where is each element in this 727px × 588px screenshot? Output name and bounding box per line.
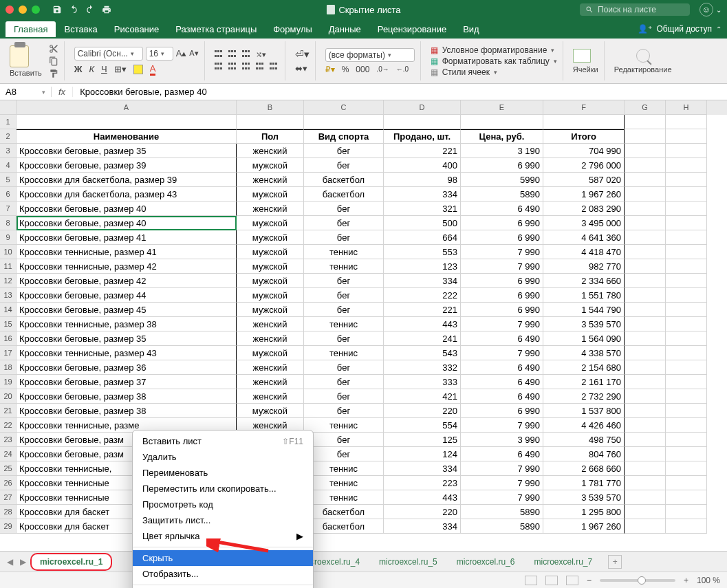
cell-18-F[interactable]: 2 154 680: [543, 360, 625, 375]
cell-28-D[interactable]: 220: [384, 505, 461, 519]
cell-14-E[interactable]: 6 990: [461, 303, 543, 317]
cell-9-C[interactable]: бег: [304, 230, 384, 245]
redo-icon[interactable]: [85, 5, 95, 14]
cell-25-G[interactable]: [625, 461, 666, 476]
cell-9-D[interactable]: 664: [384, 230, 461, 245]
font-size-select[interactable]: 16▾: [146, 47, 173, 61]
cell-4-B[interactable]: мужской: [237, 158, 304, 173]
cell-10-B[interactable]: мужской: [237, 245, 304, 259]
cell-1-B[interactable]: [237, 115, 304, 129]
row-header-11[interactable]: 11: [0, 259, 17, 274]
cell-14-H[interactable]: [666, 303, 707, 317]
cell-20-B[interactable]: женский: [237, 389, 304, 404]
cell-1-G[interactable]: [625, 115, 666, 129]
cell-15-G[interactable]: [625, 317, 666, 331]
cell-23-D[interactable]: 125: [384, 433, 461, 447]
cell-6-C[interactable]: баскетбол: [304, 187, 384, 202]
comma-icon[interactable]: 000: [356, 65, 369, 74]
row-header-1[interactable]: 1: [0, 115, 17, 129]
cell-29-H[interactable]: [666, 519, 707, 534]
ctx-unhide[interactable]: Отобразить...: [133, 566, 313, 582]
wrap-text-icon[interactable]: ⏎▾: [295, 48, 310, 61]
cell-1-H[interactable]: [666, 115, 707, 129]
cell-25-C[interactable]: теннис: [304, 461, 384, 476]
cell-16-F[interactable]: 1 564 090: [543, 331, 625, 346]
row-header-12[interactable]: 12: [0, 274, 17, 288]
cell-24-D[interactable]: 124: [384, 447, 461, 461]
cells-icon[interactable]: [573, 49, 591, 63]
cell-13-A[interactable]: Кроссовки беговые, размер 44: [17, 288, 237, 303]
cell-12-H[interactable]: [666, 274, 707, 288]
cell-17-C[interactable]: теннис: [304, 346, 384, 360]
cell-11-G[interactable]: [625, 259, 666, 274]
cell-25-F[interactable]: 2 668 660: [543, 461, 625, 476]
cell-2-H[interactable]: [666, 129, 707, 144]
page-break-view-icon[interactable]: [566, 576, 578, 585]
cell-8-D[interactable]: 500: [384, 216, 461, 230]
close-icon[interactable]: [6, 6, 14, 14]
row-header-15[interactable]: 15: [0, 317, 17, 331]
row-header-20[interactable]: 20: [0, 389, 17, 404]
cell-10-A[interactable]: Кроссовки теннисные, размер 41: [17, 245, 237, 259]
cell-17-D[interactable]: 543: [384, 346, 461, 360]
cell-22-D[interactable]: 554: [384, 418, 461, 433]
increase-font-icon[interactable]: A▴: [176, 48, 187, 58]
user-icon[interactable]: ☺: [699, 3, 713, 17]
print-icon[interactable]: [102, 5, 111, 14]
border-button[interactable]: ⊞▾: [114, 64, 127, 74]
fx-icon[interactable]: fx: [52, 87, 73, 97]
zoom-level[interactable]: 100 %: [697, 576, 720, 585]
col-header-C[interactable]: C: [304, 100, 384, 115]
cell-29-D[interactable]: 334: [384, 519, 461, 534]
save-icon[interactable]: [52, 5, 62, 14]
cell-21-D[interactable]: 220: [384, 404, 461, 418]
tab-layout[interactable]: Разметка страницы: [167, 21, 265, 37]
cell-4-A[interactable]: Кроссовки беговые, размер 39: [17, 158, 237, 173]
row-header-24[interactable]: 24: [0, 447, 17, 461]
cell-15-A[interactable]: Кроссовки теннисные, размер 38: [17, 317, 237, 331]
cell-23-F[interactable]: 498 750: [543, 433, 625, 447]
cell-3-C[interactable]: бег: [304, 144, 384, 158]
row-header-9[interactable]: 9: [0, 230, 17, 245]
cell-5-H[interactable]: [666, 173, 707, 187]
sheet-nav-right-icon[interactable]: ▶: [17, 557, 29, 567]
cell-24-C[interactable]: бег: [304, 447, 384, 461]
sheet-tab-1[interactable]: microexcel.ru_1: [30, 553, 112, 571]
zoom-slider[interactable]: [600, 579, 675, 582]
tab-review[interactable]: Рецензирование: [369, 21, 455, 37]
cell-26-F[interactable]: 1 781 770: [543, 476, 625, 490]
row-header-3[interactable]: 3: [0, 144, 17, 158]
cell-23-G[interactable]: [625, 433, 666, 447]
align-top-icon[interactable]: [215, 50, 224, 60]
cell-14-A[interactable]: Кроссовки беговые, размер 45: [17, 303, 237, 317]
share-button[interactable]: 👤⁺Общий доступ⌃: [638, 24, 721, 34]
cell-21-A[interactable]: Кроссовки беговые, размер 38: [17, 404, 237, 418]
cell-20-F[interactable]: 2 732 290: [543, 389, 625, 404]
cell-7-C[interactable]: бег: [304, 202, 384, 216]
italic-button[interactable]: К: [89, 64, 94, 74]
cell-24-G[interactable]: [625, 447, 666, 461]
add-sheet-button[interactable]: +: [608, 555, 622, 569]
col-header-A[interactable]: A: [17, 100, 237, 115]
cell-8-A[interactable]: Кроссовки беговые, размер 40: [17, 216, 237, 230]
cell-16-C[interactable]: бег: [304, 331, 384, 346]
cell-5-G[interactable]: [625, 173, 666, 187]
cell-9-B[interactable]: мужской: [237, 230, 304, 245]
cell-19-C[interactable]: бег: [304, 375, 384, 389]
undo-icon[interactable]: [69, 5, 78, 14]
row-header-7[interactable]: 7: [0, 202, 17, 216]
cell-3-F[interactable]: 704 990: [543, 144, 625, 158]
ctx-view-code[interactable]: Просмотреть код: [133, 497, 313, 512]
sheet-tab-7[interactable]: microexcel.ru_7: [525, 554, 602, 570]
cell-7-E[interactable]: 6 490: [461, 202, 543, 216]
cell-1-C[interactable]: [304, 115, 384, 129]
cell-28-C[interactable]: баскетбол: [304, 505, 384, 519]
row-header-16[interactable]: 16: [0, 331, 17, 346]
cell-19-H[interactable]: [666, 375, 707, 389]
indent-decrease-icon[interactable]: [256, 63, 265, 72]
cell-8-H[interactable]: [666, 216, 707, 230]
format-painter-icon[interactable]: [49, 69, 58, 78]
tab-insert[interactable]: Вставка: [56, 21, 105, 37]
decrease-font-icon[interactable]: A▾: [189, 49, 198, 58]
row-header-5[interactable]: 5: [0, 173, 17, 187]
